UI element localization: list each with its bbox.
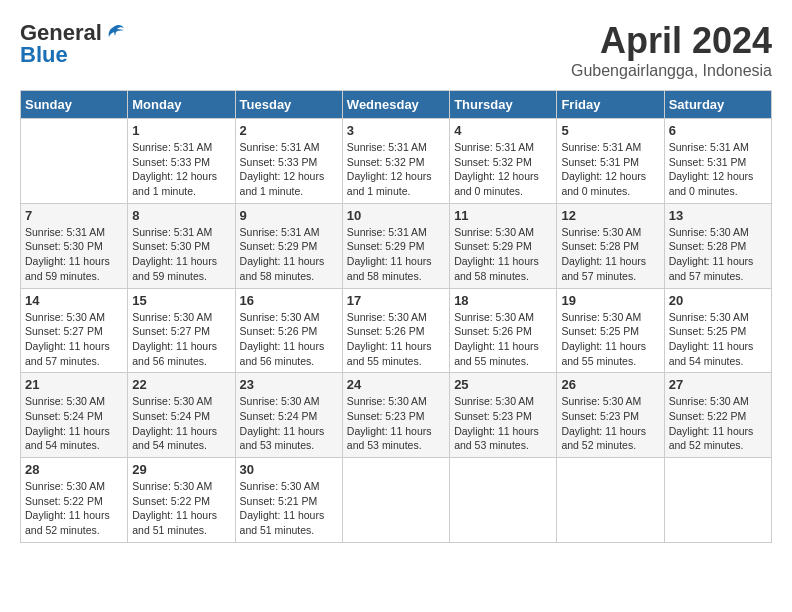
calendar-cell: 13Sunrise: 5:30 AM Sunset: 5:28 PM Dayli… bbox=[664, 203, 771, 288]
day-info: Sunrise: 5:30 AM Sunset: 5:28 PM Dayligh… bbox=[669, 225, 767, 284]
day-info: Sunrise: 5:30 AM Sunset: 5:26 PM Dayligh… bbox=[347, 310, 445, 369]
calendar-cell: 9Sunrise: 5:31 AM Sunset: 5:29 PM Daylig… bbox=[235, 203, 342, 288]
day-number: 14 bbox=[25, 293, 123, 308]
calendar-cell: 24Sunrise: 5:30 AM Sunset: 5:23 PM Dayli… bbox=[342, 373, 449, 458]
day-number: 13 bbox=[669, 208, 767, 223]
day-info: Sunrise: 5:30 AM Sunset: 5:27 PM Dayligh… bbox=[132, 310, 230, 369]
calendar-cell bbox=[342, 458, 449, 543]
calendar-cell: 27Sunrise: 5:30 AM Sunset: 5:22 PM Dayli… bbox=[664, 373, 771, 458]
calendar-cell: 5Sunrise: 5:31 AM Sunset: 5:31 PM Daylig… bbox=[557, 119, 664, 204]
calendar-header-thursday: Thursday bbox=[450, 91, 557, 119]
calendar-cell: 17Sunrise: 5:30 AM Sunset: 5:26 PM Dayli… bbox=[342, 288, 449, 373]
day-number: 15 bbox=[132, 293, 230, 308]
day-number: 2 bbox=[240, 123, 338, 138]
calendar-cell: 8Sunrise: 5:31 AM Sunset: 5:30 PM Daylig… bbox=[128, 203, 235, 288]
calendar-header-monday: Monday bbox=[128, 91, 235, 119]
day-info: Sunrise: 5:30 AM Sunset: 5:22 PM Dayligh… bbox=[132, 479, 230, 538]
day-number: 12 bbox=[561, 208, 659, 223]
calendar-week-3: 14Sunrise: 5:30 AM Sunset: 5:27 PM Dayli… bbox=[21, 288, 772, 373]
calendar-cell: 2Sunrise: 5:31 AM Sunset: 5:33 PM Daylig… bbox=[235, 119, 342, 204]
day-number: 19 bbox=[561, 293, 659, 308]
day-info: Sunrise: 5:30 AM Sunset: 5:24 PM Dayligh… bbox=[132, 394, 230, 453]
calendar-cell: 18Sunrise: 5:30 AM Sunset: 5:26 PM Dayli… bbox=[450, 288, 557, 373]
day-number: 16 bbox=[240, 293, 338, 308]
day-info: Sunrise: 5:30 AM Sunset: 5:29 PM Dayligh… bbox=[454, 225, 552, 284]
day-info: Sunrise: 5:31 AM Sunset: 5:31 PM Dayligh… bbox=[561, 140, 659, 199]
day-info: Sunrise: 5:31 AM Sunset: 5:29 PM Dayligh… bbox=[347, 225, 445, 284]
calendar-cell: 10Sunrise: 5:31 AM Sunset: 5:29 PM Dayli… bbox=[342, 203, 449, 288]
calendar-table: SundayMondayTuesdayWednesdayThursdayFrid… bbox=[20, 90, 772, 543]
calendar-cell bbox=[557, 458, 664, 543]
day-number: 26 bbox=[561, 377, 659, 392]
day-number: 28 bbox=[25, 462, 123, 477]
day-number: 11 bbox=[454, 208, 552, 223]
calendar-week-4: 21Sunrise: 5:30 AM Sunset: 5:24 PM Dayli… bbox=[21, 373, 772, 458]
logo-bird-icon bbox=[104, 22, 126, 44]
day-info: Sunrise: 5:30 AM Sunset: 5:23 PM Dayligh… bbox=[454, 394, 552, 453]
calendar-cell: 19Sunrise: 5:30 AM Sunset: 5:25 PM Dayli… bbox=[557, 288, 664, 373]
calendar-cell: 30Sunrise: 5:30 AM Sunset: 5:21 PM Dayli… bbox=[235, 458, 342, 543]
location-subtitle: Gubengairlangga, Indonesia bbox=[571, 62, 772, 80]
day-info: Sunrise: 5:30 AM Sunset: 5:27 PM Dayligh… bbox=[25, 310, 123, 369]
calendar-cell: 28Sunrise: 5:30 AM Sunset: 5:22 PM Dayli… bbox=[21, 458, 128, 543]
day-info: Sunrise: 5:31 AM Sunset: 5:32 PM Dayligh… bbox=[347, 140, 445, 199]
day-number: 18 bbox=[454, 293, 552, 308]
day-number: 5 bbox=[561, 123, 659, 138]
day-info: Sunrise: 5:31 AM Sunset: 5:30 PM Dayligh… bbox=[25, 225, 123, 284]
calendar-cell: 6Sunrise: 5:31 AM Sunset: 5:31 PM Daylig… bbox=[664, 119, 771, 204]
calendar-cell: 23Sunrise: 5:30 AM Sunset: 5:24 PM Dayli… bbox=[235, 373, 342, 458]
day-info: Sunrise: 5:30 AM Sunset: 5:25 PM Dayligh… bbox=[561, 310, 659, 369]
calendar-cell: 1Sunrise: 5:31 AM Sunset: 5:33 PM Daylig… bbox=[128, 119, 235, 204]
calendar-week-2: 7Sunrise: 5:31 AM Sunset: 5:30 PM Daylig… bbox=[21, 203, 772, 288]
calendar-header-friday: Friday bbox=[557, 91, 664, 119]
calendar-cell bbox=[664, 458, 771, 543]
day-number: 27 bbox=[669, 377, 767, 392]
day-info: Sunrise: 5:31 AM Sunset: 5:33 PM Dayligh… bbox=[240, 140, 338, 199]
day-info: Sunrise: 5:31 AM Sunset: 5:31 PM Dayligh… bbox=[669, 140, 767, 199]
calendar-cell: 20Sunrise: 5:30 AM Sunset: 5:25 PM Dayli… bbox=[664, 288, 771, 373]
calendar-cell: 22Sunrise: 5:30 AM Sunset: 5:24 PM Dayli… bbox=[128, 373, 235, 458]
month-title: April 2024 bbox=[571, 20, 772, 62]
calendar-cell bbox=[21, 119, 128, 204]
day-info: Sunrise: 5:31 AM Sunset: 5:32 PM Dayligh… bbox=[454, 140, 552, 199]
day-number: 24 bbox=[347, 377, 445, 392]
day-info: Sunrise: 5:31 AM Sunset: 5:30 PM Dayligh… bbox=[132, 225, 230, 284]
day-info: Sunrise: 5:30 AM Sunset: 5:23 PM Dayligh… bbox=[561, 394, 659, 453]
day-number: 21 bbox=[25, 377, 123, 392]
calendar-cell bbox=[450, 458, 557, 543]
day-number: 10 bbox=[347, 208, 445, 223]
day-number: 4 bbox=[454, 123, 552, 138]
calendar-cell: 21Sunrise: 5:30 AM Sunset: 5:24 PM Dayli… bbox=[21, 373, 128, 458]
logo: General Blue bbox=[20, 20, 126, 68]
day-number: 6 bbox=[669, 123, 767, 138]
day-number: 8 bbox=[132, 208, 230, 223]
day-info: Sunrise: 5:30 AM Sunset: 5:28 PM Dayligh… bbox=[561, 225, 659, 284]
day-number: 1 bbox=[132, 123, 230, 138]
logo-blue-text: Blue bbox=[20, 42, 68, 68]
calendar-header-saturday: Saturday bbox=[664, 91, 771, 119]
page-header: General Blue April 2024 Gubengairlangga,… bbox=[20, 20, 772, 80]
calendar-header-row: SundayMondayTuesdayWednesdayThursdayFrid… bbox=[21, 91, 772, 119]
calendar-header-wednesday: Wednesday bbox=[342, 91, 449, 119]
day-number: 20 bbox=[669, 293, 767, 308]
day-info: Sunrise: 5:30 AM Sunset: 5:26 PM Dayligh… bbox=[454, 310, 552, 369]
calendar-week-1: 1Sunrise: 5:31 AM Sunset: 5:33 PM Daylig… bbox=[21, 119, 772, 204]
calendar-cell: 7Sunrise: 5:31 AM Sunset: 5:30 PM Daylig… bbox=[21, 203, 128, 288]
calendar-week-5: 28Sunrise: 5:30 AM Sunset: 5:22 PM Dayli… bbox=[21, 458, 772, 543]
calendar-cell: 4Sunrise: 5:31 AM Sunset: 5:32 PM Daylig… bbox=[450, 119, 557, 204]
day-info: Sunrise: 5:30 AM Sunset: 5:22 PM Dayligh… bbox=[669, 394, 767, 453]
calendar-cell: 11Sunrise: 5:30 AM Sunset: 5:29 PM Dayli… bbox=[450, 203, 557, 288]
calendar-cell: 25Sunrise: 5:30 AM Sunset: 5:23 PM Dayli… bbox=[450, 373, 557, 458]
day-info: Sunrise: 5:30 AM Sunset: 5:24 PM Dayligh… bbox=[25, 394, 123, 453]
day-info: Sunrise: 5:30 AM Sunset: 5:26 PM Dayligh… bbox=[240, 310, 338, 369]
day-info: Sunrise: 5:31 AM Sunset: 5:29 PM Dayligh… bbox=[240, 225, 338, 284]
calendar-cell: 15Sunrise: 5:30 AM Sunset: 5:27 PM Dayli… bbox=[128, 288, 235, 373]
day-number: 30 bbox=[240, 462, 338, 477]
day-number: 29 bbox=[132, 462, 230, 477]
calendar-cell: 29Sunrise: 5:30 AM Sunset: 5:22 PM Dayli… bbox=[128, 458, 235, 543]
day-number: 25 bbox=[454, 377, 552, 392]
day-number: 23 bbox=[240, 377, 338, 392]
day-number: 9 bbox=[240, 208, 338, 223]
calendar-cell: 26Sunrise: 5:30 AM Sunset: 5:23 PM Dayli… bbox=[557, 373, 664, 458]
day-number: 17 bbox=[347, 293, 445, 308]
